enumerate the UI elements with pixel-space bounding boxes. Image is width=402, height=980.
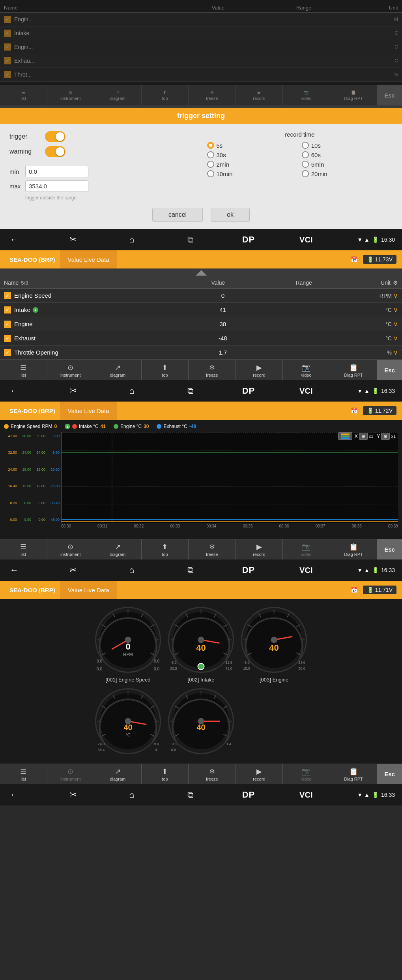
copy-button-4[interactable]: ⧉ (183, 788, 198, 802)
table-row-intake[interactable]: ✓ Intake ▲ 41 °C ∨ (0, 303, 402, 317)
scroll-arrow-2[interactable] (0, 268, 402, 277)
engine-chevron[interactable]: ∨ (393, 320, 398, 328)
y-zoom-in[interactable]: ⊕ (381, 433, 390, 440)
toolbar3-freeze[interactable]: ❄ freeze (189, 539, 236, 559)
section-tab-2[interactable]: Value Live Data (59, 250, 117, 268)
exhaust-chevron[interactable]: ∨ (393, 334, 398, 342)
time-option-20min[interactable]: 20min (302, 170, 393, 177)
toolbar3-diagram[interactable]: ↗ diagram (94, 539, 142, 559)
svg-text:15.0: 15.0 (243, 666, 250, 670)
home-button-2[interactable]: ⌂ (125, 384, 139, 398)
home-button-1[interactable]: ⌂ (125, 233, 139, 247)
toolbar3-video[interactable]: 📷 video (283, 539, 330, 559)
scissors-icon-2[interactable]: ✂ (66, 384, 80, 398)
gear-icon[interactable]: ⚙ (393, 280, 398, 286)
svg-text:32.8: 32.8 (225, 661, 232, 665)
time-option-60s[interactable]: 60s (302, 151, 393, 158)
svg-text:0.0: 0.0 (154, 667, 159, 671)
checkbox-throttle[interactable]: ✓ (4, 349, 11, 356)
table-row-exhaust[interactable]: ✓ Exhaust -48 °C ∨ (0, 331, 402, 345)
toolbar2-freeze[interactable]: ❄ freeze (189, 360, 236, 380)
copy-button-1[interactable]: ⧉ (183, 233, 198, 247)
toolbar3-record[interactable]: ▶ record (236, 539, 283, 559)
home-button-3[interactable]: ⌂ (125, 563, 139, 577)
back-button-2[interactable]: ← (7, 384, 21, 398)
toolbar3-list[interactable]: ☰ list (0, 539, 47, 559)
table-row-throttle[interactable]: ✓ Throttle Opening 1.7 % ∨ (0, 345, 402, 360)
intake-chevron[interactable]: ∨ (393, 306, 398, 314)
max-input[interactable] (25, 180, 88, 192)
checkbox-engine[interactable]: ✓ (4, 321, 11, 328)
copy-button-3[interactable]: ⧉ (183, 563, 198, 577)
warning-toggle[interactable] (45, 146, 65, 157)
time-option-10min[interactable]: 10min (207, 170, 298, 177)
min-input[interactable] (25, 166, 88, 177)
scissors-icon-3[interactable]: ✂ (66, 563, 80, 577)
video-icon-2: 📷 (302, 363, 310, 372)
checkbox-engine-speed[interactable]: ✓ (4, 292, 11, 299)
checkbox-intake[interactable]: ✓ (4, 306, 11, 314)
toolbar4-video[interactable]: 📷 video (283, 764, 330, 784)
throttle-chevron[interactable]: ∨ (393, 349, 398, 356)
toolbar2-video[interactable]: 📷 video (283, 360, 330, 380)
voltage-icon-3: 🔋 (367, 407, 374, 414)
home-button-4[interactable]: ⌂ (125, 788, 139, 802)
back-button-1[interactable]: ← (7, 233, 21, 247)
toolbar2-record[interactable]: ▶ record (236, 360, 283, 380)
toolbar-instrument[interactable]: ⊙ instrument (47, 85, 95, 105)
gauge-exhaust: -24.0 -9.6 -38.4 0 40 °C (93, 687, 163, 756)
table-row-engine-speed[interactable]: ✓ Engine Speed 0 RPM ∨ (0, 289, 402, 303)
cancel-button[interactable]: cancel (152, 208, 203, 222)
toolbar3-instrument[interactable]: ⊙ instrument (47, 539, 95, 559)
toolbar4-instrument[interactable]: ⊙ instrument (47, 764, 95, 784)
scissors-icon-4[interactable]: ✂ (66, 788, 80, 802)
time-option-5s[interactable]: 5s (207, 142, 298, 149)
table-row-engine[interactable]: ✓ Engine 30 °C ∨ (0, 317, 402, 331)
esc-button-4[interactable]: Esc (377, 764, 402, 784)
scissors-icon-1[interactable]: ✂ (66, 233, 80, 247)
toolbar4-record[interactable]: ▶ record (236, 764, 283, 784)
toolbar2-diag-rpt[interactable]: 📋 Diag RPT (330, 360, 378, 380)
toolbar-video[interactable]: 📷 video (283, 85, 330, 105)
toolbar4-top[interactable]: ⬆ top (142, 764, 189, 784)
toolbar2-list[interactable]: ☰ list (0, 360, 47, 380)
ok-button[interactable]: ok (211, 208, 250, 222)
back-button-3[interactable]: ← (7, 563, 21, 577)
section-tab-4[interactable]: Value Live Data (59, 581, 117, 599)
chart-lines-button[interactable] (338, 432, 352, 440)
toolbar2-instrument[interactable]: ⊙ instrument (47, 360, 95, 380)
time-option-5min[interactable]: 5min (302, 161, 393, 168)
esc-button-3[interactable]: Esc (377, 539, 402, 559)
copy-button-2[interactable]: ⧉ (183, 384, 198, 398)
instrument-icon: ⊙ (69, 90, 72, 95)
checkbox-exhaust[interactable]: ✓ (4, 335, 11, 342)
toolbar-record[interactable]: ▶ record (236, 85, 283, 105)
toolbar4-list[interactable]: ☰ list (0, 764, 47, 784)
toolbar2-diagram[interactable]: ↗ diagram (94, 360, 142, 380)
toolbar3-diag-rpt[interactable]: 📋 Diag RPT (330, 539, 378, 559)
toolbar4-diag-rpt[interactable]: 📋 Diag RPT (330, 764, 378, 784)
toolbar4-freeze[interactable]: ❄ freeze (189, 764, 236, 784)
toolbar-list[interactable]: ☰ list (0, 85, 47, 105)
section-tab-3[interactable]: Value Live Data (59, 402, 117, 420)
esc-button-2[interactable]: Esc (377, 360, 402, 380)
toolbar-diagram[interactable]: ↗ diagram (94, 85, 142, 105)
engine-speed-chevron[interactable]: ∨ (393, 292, 398, 299)
toolbar-diag-rpt[interactable]: 📋 Diag RPT (330, 85, 378, 105)
back-button-4[interactable]: ← (7, 788, 21, 802)
toolbar3-top[interactable]: ⬆ top (142, 539, 189, 559)
x-zoom-in[interactable]: ⊕ (359, 433, 368, 440)
svg-text:0: 0 (155, 748, 157, 752)
chart-plot (61, 432, 398, 523)
video-icon-4: 📷 (302, 767, 310, 776)
time-option-2min[interactable]: 2min (207, 161, 298, 168)
trigger-toggle[interactable] (45, 131, 65, 142)
toolbar4-diagram[interactable]: ↗ diagram (94, 764, 142, 784)
toolbar-freeze[interactable]: ❄ freeze (189, 85, 236, 105)
gauge-002-svg: -8.2 32.8 20.5 41.0 40 (166, 605, 236, 674)
time-option-30s[interactable]: 30s (207, 151, 298, 158)
esc-button[interactable]: Esc (377, 85, 402, 105)
toolbar-top[interactable]: ⬆ top (142, 85, 189, 105)
toolbar2-top[interactable]: ⬆ top (142, 360, 189, 380)
time-option-10s[interactable]: 10s (302, 142, 393, 149)
